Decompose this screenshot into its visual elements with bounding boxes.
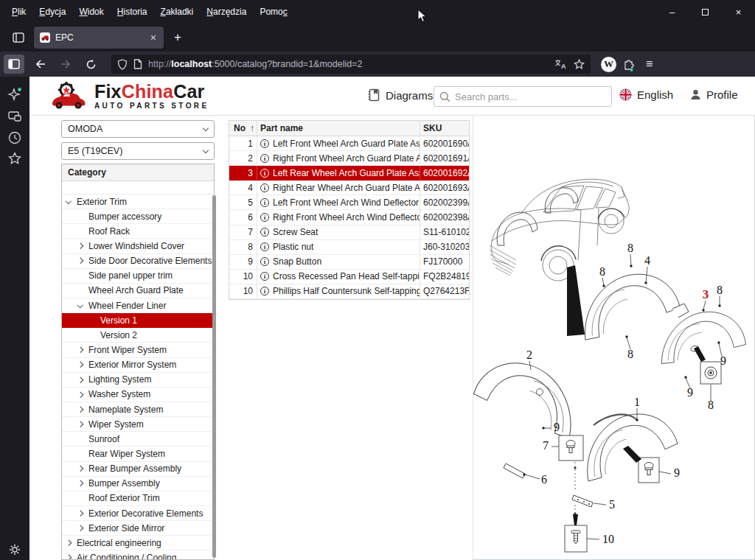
menu-pomoc[interactable]: Pomoc bbox=[254, 4, 293, 19]
store-logo[interactable]: FixChinaCar AUTO PARTS STORE bbox=[50, 81, 209, 111]
category-item[interactable]: Bumper Assembly bbox=[62, 477, 214, 491]
category-scrollbar-thumb[interactable] bbox=[212, 195, 216, 558]
menu-plik[interactable]: Plik bbox=[6, 4, 32, 19]
category-item[interactable]: Washer System bbox=[62, 388, 214, 402]
table-row[interactable]: 10iPhillips Half Countersunk Self-tappin… bbox=[229, 284, 469, 299]
table-row[interactable]: 7iScrew SeatS11-610102... bbox=[229, 225, 469, 240]
column-sku[interactable]: SKU bbox=[420, 123, 469, 133]
info-icon[interactable]: i bbox=[260, 272, 269, 281]
category-item[interactable]: Lower Windshield Cover bbox=[62, 239, 214, 253]
category-item[interactable]: Roof Rack bbox=[62, 224, 214, 239]
info-icon[interactable]: i bbox=[260, 183, 269, 192]
category-item[interactable]: Rear Wiper System bbox=[62, 447, 214, 461]
column-no[interactable]: No↑ bbox=[229, 121, 257, 136]
category-item[interactable]: Lighting System bbox=[62, 373, 214, 388]
category-item[interactable]: Exterior Trim bbox=[62, 195, 214, 209]
tab-epc[interactable]: EPC × bbox=[34, 27, 164, 49]
table-row[interactable]: 5iLeft Front Wheel Arch Wind Deflector60… bbox=[229, 195, 469, 210]
tab-close-icon[interactable]: × bbox=[149, 32, 158, 43]
category-item[interactable]: Version 2 bbox=[62, 328, 214, 343]
menu-widok[interactable]: Widok bbox=[73, 4, 109, 19]
profile-button[interactable]: Profile bbox=[689, 88, 738, 101]
table-row[interactable]: 4iRight Rear Wheel Arch Guard Plate Asse… bbox=[229, 181, 469, 195]
menu-narzędzia[interactable]: Narzędzia bbox=[201, 4, 252, 19]
category-item[interactable]: Electrical engineering bbox=[62, 536, 214, 550]
diagram-callout-8[interactable]: 8 bbox=[708, 399, 714, 412]
new-tab-button[interactable]: + bbox=[168, 28, 187, 47]
table-row[interactable]: 2iRight Front Wheel Arch Guard Plate Ass… bbox=[229, 151, 469, 166]
synced-tabs-icon[interactable] bbox=[7, 109, 22, 124]
menu-historia[interactable]: Historia bbox=[111, 4, 153, 19]
brand-select[interactable]: OMODA bbox=[61, 120, 215, 138]
diagram-callout-9[interactable]: 9 bbox=[687, 386, 693, 399]
search-input[interactable] bbox=[455, 91, 602, 102]
settings-gear-icon[interactable] bbox=[7, 542, 22, 557]
menu-hamburger-icon[interactable]: ≡ bbox=[641, 57, 657, 71]
diagram-callout-8[interactable]: 8 bbox=[627, 348, 633, 361]
history-clock-icon[interactable] bbox=[7, 130, 22, 145]
ai-chat-icon[interactable] bbox=[7, 87, 22, 102]
sidebar-toggle-button[interactable] bbox=[4, 55, 24, 74]
reload-button[interactable] bbox=[80, 55, 101, 74]
bookmark-star-icon[interactable] bbox=[574, 59, 585, 70]
info-icon[interactable]: i bbox=[260, 228, 269, 237]
category-item[interactable]: Side panel upper trim bbox=[62, 269, 214, 284]
diagram-callout-10[interactable]: 10 bbox=[602, 533, 614, 546]
diagram-callout-5[interactable]: 5 bbox=[609, 498, 615, 511]
category-item[interactable]: Nameplate System bbox=[62, 402, 214, 417]
diagram-callout-7[interactable]: 7 bbox=[543, 439, 549, 452]
url-bar[interactable]: http://localhost:5000/catalog?brandid=1&… bbox=[111, 55, 591, 74]
back-button[interactable] bbox=[30, 55, 51, 74]
bookmarks-star-icon[interactable] bbox=[7, 151, 22, 166]
firefox-view-button[interactable] bbox=[9, 28, 28, 47]
category-item[interactable]: Exterior Side Mirror bbox=[62, 521, 214, 536]
diagram-callout-1[interactable]: 1 bbox=[634, 396, 640, 409]
category-item[interactable]: Front Wiper System bbox=[62, 343, 214, 357]
info-icon[interactable]: i bbox=[260, 198, 269, 207]
category-item[interactable]: Rear Bumper Assembly bbox=[62, 462, 214, 477]
minimize-button[interactable]: – bbox=[655, 0, 689, 24]
category-item[interactable]: Side Door Decorative Elements bbox=[62, 254, 214, 269]
diagram-callout-8[interactable]: 8 bbox=[627, 242, 633, 255]
category-item[interactable]: Wheel Fender Liner bbox=[62, 298, 214, 313]
table-row[interactable]: 10iCross Recessed Pan Head Self-tapping … bbox=[229, 270, 469, 284]
category-item[interactable]: Exterior Decorative Elements bbox=[62, 506, 214, 521]
table-row[interactable]: 3iLeft Rear Wheel Arch Guard Plate Assem… bbox=[229, 166, 469, 181]
diagram-callout-9[interactable]: 9 bbox=[720, 354, 726, 368]
info-icon[interactable]: i bbox=[260, 287, 269, 295]
menu-zakładki[interactable]: Zakładki bbox=[155, 4, 200, 19]
table-row[interactable]: 6iRight Front Wheel Arch Wind Deflector6… bbox=[229, 210, 469, 225]
info-icon[interactable]: i bbox=[260, 213, 269, 222]
language-switcher[interactable]: English bbox=[619, 88, 673, 101]
maximize-button[interactable] bbox=[689, 0, 722, 24]
extension-w-badge[interactable]: W bbox=[601, 57, 616, 72]
model-select[interactable]: E5 (T19CEV) bbox=[61, 142, 215, 160]
diagram-callout-9[interactable]: 9 bbox=[674, 466, 680, 480]
diagram-callout-9[interactable]: 9 bbox=[554, 421, 560, 434]
diagram-callout-6[interactable]: 6 bbox=[541, 473, 547, 486]
translate-icon[interactable]: A bbox=[554, 59, 566, 69]
table-row[interactable]: 8iPlastic nutJ60-3102031 bbox=[229, 240, 469, 255]
category-item[interactable]: Bumper accessory bbox=[62, 209, 214, 224]
info-icon[interactable]: i bbox=[260, 154, 269, 163]
category-item[interactable]: Wiper System bbox=[62, 417, 214, 432]
menu-edycja[interactable]: Edycja bbox=[33, 4, 72, 19]
category-item[interactable]: Air Conditioning / Cooling bbox=[62, 550, 214, 560]
info-icon[interactable]: i bbox=[260, 257, 269, 266]
category-item[interactable]: Roof Exterior Trim bbox=[62, 491, 214, 506]
diagram-callout-8[interactable]: 8 bbox=[717, 284, 723, 297]
column-part-name[interactable]: Part name bbox=[257, 121, 420, 136]
category-item[interactable]: Exterior Mirror System bbox=[62, 358, 214, 373]
category-item[interactable]: Wheel Arch Guard Plate bbox=[62, 284, 214, 298]
extensions-puzzle-icon[interactable] bbox=[622, 57, 636, 71]
forward-button[interactable] bbox=[55, 55, 76, 74]
info-icon[interactable]: i bbox=[260, 169, 269, 178]
table-row[interactable]: 9iSnap ButtonFJ170000 bbox=[229, 255, 469, 270]
diagram-callout-2[interactable]: 2 bbox=[526, 349, 532, 362]
diagrams-nav-button[interactable]: Diagrams bbox=[367, 88, 433, 102]
category-item[interactable]: Sunroof bbox=[62, 432, 214, 447]
info-icon[interactable]: i bbox=[260, 139, 269, 148]
diagram-callout-4[interactable]: 4 bbox=[644, 254, 650, 267]
diagram-callout-8[interactable]: 8 bbox=[599, 265, 605, 279]
category-item[interactable]: Version 1 bbox=[62, 313, 214, 328]
